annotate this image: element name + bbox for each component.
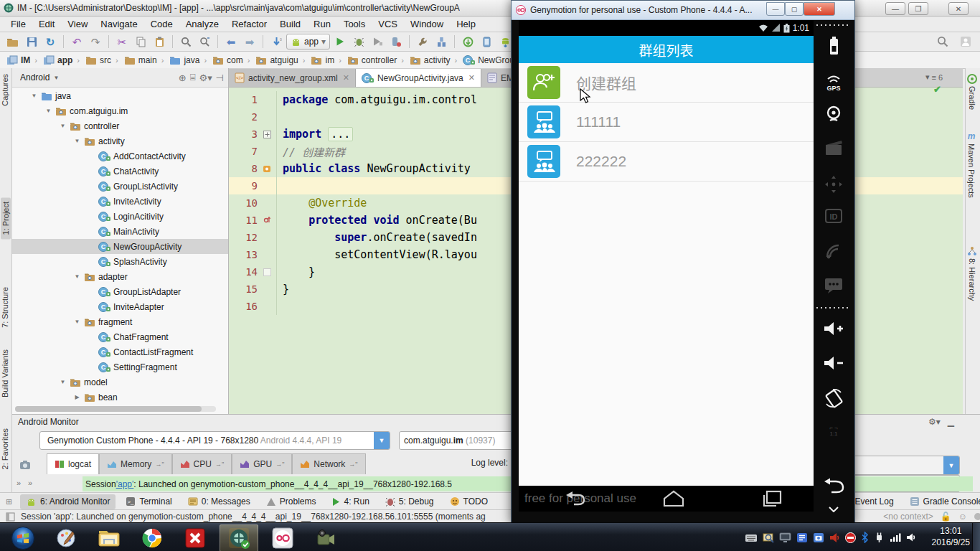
- taskbar-app-android-studio[interactable]: [220, 524, 258, 551]
- tree-item-contactlistfragment[interactable]: CContactListFragment: [12, 344, 228, 359]
- attach-profiler-icon[interactable]: [387, 34, 405, 50]
- taskbar-app-genymotion[interactable]: [264, 525, 301, 551]
- tray-power-plug-icon[interactable]: [874, 532, 885, 543]
- coverage-icon[interactable]: [369, 34, 386, 50]
- toolwindow-5-debug[interactable]: 5: Debug: [380, 494, 440, 509]
- settings-wrench-icon[interactable]: [414, 34, 431, 50]
- genymotion-more-button[interactable]: [814, 507, 853, 512]
- taskbar-app-xshell[interactable]: [176, 525, 214, 551]
- editor-tab-newgroupactivity-java[interactable]: CNewGroupActivity.java✕: [356, 69, 481, 87]
- genymotion-device-id-button[interactable]: ID: [814, 208, 853, 224]
- menu-analyze[interactable]: Analyze: [179, 17, 225, 31]
- emulator-maximize-button[interactable]: ▢: [785, 2, 804, 16]
- tray-bluetooth-icon[interactable]: [861, 532, 869, 543]
- minimize-panel-icon[interactable]: ▁: [948, 417, 954, 427]
- tray-no-entry-icon[interactable]: [845, 532, 856, 543]
- taskbar-app-chrome[interactable]: [133, 525, 171, 551]
- collapse-all-icon[interactable]: ⌸: [190, 72, 196, 83]
- monitor-tab-network[interactable]: Network→": [292, 453, 365, 474]
- debug-icon[interactable]: [350, 34, 367, 50]
- android-recents-button[interactable]: [750, 489, 793, 509]
- breadcrumb-app[interactable]: app›: [41, 55, 83, 66]
- genymotion-volume-up-button[interactable]: [814, 320, 853, 337]
- open-icon[interactable]: [4, 34, 22, 50]
- genymotion-back-button[interactable]: [814, 478, 853, 495]
- menu-file[interactable]: File: [4, 17, 32, 31]
- menu-window[interactable]: Window: [404, 17, 450, 31]
- menu-edit[interactable]: Edit: [32, 17, 61, 31]
- tree-item-adapter[interactable]: ▼adapter: [12, 269, 228, 284]
- genymotion-gps-button[interactable]: GPS: [814, 73, 853, 92]
- tray-network-signal-icon[interactable]: [890, 532, 901, 542]
- tree-item-addcontactactivity[interactable]: CAddContactActivity: [12, 149, 228, 164]
- toolwindow-terminal[interactable]: >_Terminal: [120, 494, 177, 509]
- stripe-1-project[interactable]: 1: Project: [1, 197, 11, 239]
- locate-target-icon[interactable]: ⊕: [179, 72, 187, 83]
- show-desktop-button[interactable]: [972, 523, 980, 551]
- taskbar-app-paint[interactable]: [47, 525, 85, 551]
- menu-build[interactable]: Build: [273, 17, 307, 31]
- menu-refactor[interactable]: Refactor: [225, 17, 273, 31]
- menu-run[interactable]: Run: [307, 17, 337, 31]
- breadcrumb-com[interactable]: com›: [210, 55, 253, 66]
- tree-item-loginacitivity[interactable]: CLoginAcitivity: [12, 209, 228, 224]
- genymotion-navigation-pad-button[interactable]: [814, 175, 853, 194]
- group-list-item-111111[interactable]: 111111: [519, 103, 814, 142]
- app-session-link[interactable]: 'app': [116, 479, 134, 489]
- breadcrumb-src[interactable]: src›: [83, 55, 122, 66]
- hector-icon[interactable]: ☺: [958, 512, 967, 522]
- tree-item-splashactivity[interactable]: CSplashActivity: [12, 254, 228, 269]
- stripe-2-favorites[interactable]: 2: Favorites: [1, 428, 9, 469]
- run-config-selector[interactable]: app▾: [286, 34, 330, 50]
- tray-keyboard-icon[interactable]: [745, 533, 758, 542]
- find-in-path-icon[interactable]: [196, 34, 213, 50]
- taskbar-app-screen-recorder[interactable]: [307, 525, 344, 551]
- ide-restore-button[interactable]: ❐: [908, 2, 928, 15]
- gear-icon[interactable]: ⚙▾: [199, 72, 212, 83]
- tree-item-java[interactable]: ▼java: [12, 88, 228, 103]
- tree-item-newgroupactivity[interactable]: CNewGroupActivity: [12, 239, 228, 254]
- stripe-maven-projects[interactable]: mMaven Projects: [967, 131, 976, 198]
- build-icon[interactable]: [433, 34, 450, 50]
- menu-view[interactable]: View: [61, 17, 94, 31]
- toolwindow-anchor-icon[interactable]: ⊞: [6, 497, 12, 507]
- tree-item-inviteadapter[interactable]: CInviteAdapter: [12, 299, 228, 314]
- genymotion-rotate-screen-button[interactable]: [814, 388, 853, 408]
- monitor-tab-cpu[interactable]: CPU→": [172, 453, 232, 474]
- genymotion-pixel-perfect-button[interactable]: ⌐ ¬1:1: [814, 422, 853, 441]
- genymotion-volume-down-button[interactable]: [814, 354, 853, 372]
- tree-item-controller[interactable]: ▼controller: [12, 118, 228, 133]
- taskbar-clock[interactable]: 13:01 2016/9/25: [932, 525, 970, 548]
- close-tab-icon[interactable]: ✕: [468, 73, 475, 83]
- taskbar-app-start[interactable]: [4, 525, 42, 551]
- tree-item-com.atguigu.im[interactable]: ▼com.atguigu.im: [12, 103, 228, 118]
- log-level-selector[interactable]: ▼: [852, 456, 960, 475]
- toolwindow-todo[interactable]: TODO: [444, 494, 494, 509]
- genymotion-camera-button[interactable]: [814, 105, 853, 123]
- hide-panel-icon[interactable]: ⊣: [216, 72, 224, 83]
- tray-display-icon[interactable]: [779, 532, 791, 543]
- menu-navigate[interactable]: Navigate: [94, 17, 143, 31]
- tree-item-activity[interactable]: ▼activity: [12, 133, 228, 149]
- genymotion-battery-button[interactable]: [814, 36, 853, 57]
- paste-icon[interactable]: [151, 34, 168, 50]
- tray-volume-icon[interactable]: [906, 532, 917, 542]
- android-back-button[interactable]: [553, 489, 596, 509]
- tray-audio-red-icon[interactable]: [829, 532, 840, 543]
- emulator-close-button[interactable]: ✕: [804, 2, 835, 16]
- emulator-minimize-button[interactable]: —: [766, 2, 785, 16]
- toolwindow-toggle-icon[interactable]: [6, 512, 15, 522]
- tray-camera-tool-icon[interactable]: [813, 532, 824, 543]
- copy-icon[interactable]: [132, 34, 149, 50]
- menu-vcs[interactable]: VCS: [372, 17, 404, 31]
- breadcrumb-main[interactable]: main›: [122, 55, 168, 66]
- breadcrumb-controller[interactable]: controller›: [345, 55, 407, 66]
- sync-gradle-icon[interactable]: [459, 34, 476, 50]
- tree-item-fragment[interactable]: ▼fragment: [12, 314, 228, 329]
- menu-code[interactable]: Code: [144, 17, 179, 31]
- toolwindow-0-messages[interactable]: 0: Messages: [182, 494, 256, 509]
- breadcrumb-atguigu[interactable]: atguigu›: [253, 55, 308, 66]
- tree-item-grouplistactivity[interactable]: CGroupListActivity: [12, 179, 228, 194]
- expand-icon[interactable]: »: [28, 479, 32, 487]
- toolwindow-gradle-console[interactable]: Gradle Console: [904, 494, 980, 509]
